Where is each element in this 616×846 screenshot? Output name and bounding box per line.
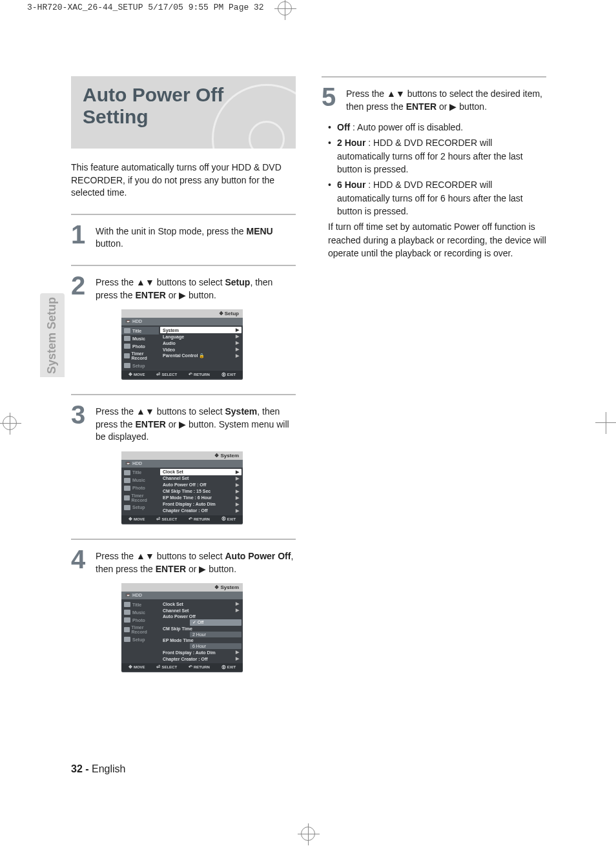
select-icon: ⏎ [156,665,160,670]
osd-nav-setup: Setup [121,504,159,511]
osd-header: ❖ System [121,451,243,460]
osd-nav-title: Title [121,601,159,608]
osd-row-channel: Channel Set▶ [160,607,241,614]
chevron-right-icon: ▶ [236,482,239,488]
intro-text: This feature automatically turns off you… [71,161,296,200]
bullet-off: • Off : Auto power off is disabled. [328,121,546,134]
title-banner: Auto Power Off Setting [71,76,296,149]
chevron-right-icon: ▶ [236,327,239,333]
chevron-right-icon: ▶ [236,650,239,655]
move-icon: ✥ [128,372,132,377]
osd-nav-music: Music [121,477,159,484]
chevron-right-icon: ▶ [236,508,239,513]
osd-nav-title: Title [121,469,159,477]
osd-panel: Clock Set▶ Channel Set▶ Auto Power Off :… [159,468,243,515]
select-icon: ⏎ [156,517,160,522]
osd-row-cmskip: CM Skip Time : 15 Sec▶ [160,488,241,495]
osd-row-autopower: Auto Power Off : Off▶ [160,482,241,488]
chevron-right-icon: ▶ [236,489,239,494]
step-5: 5 Press the ▲▼ buttons to select the des… [322,84,546,113]
osd-nav: Title Music Photo Timer Record Setup [121,325,159,371]
chevron-right-icon: ▶ [236,476,239,481]
step-number: 1 [71,222,89,251]
updown-icon: ▲▼ [387,88,405,99]
osd-nav: Title Music Photo Timer Record Setup [121,468,159,515]
osd-keyhints: ✥MOVE ⏎SELECT ↶RETURN ⦿EXIT [121,371,243,378]
osd-nav-setup: Setup [121,362,159,369]
osd-row-audio: Audio▶ [160,340,241,346]
osd-option-off: ✓ Off [190,619,241,626]
move-icon: ✥ [128,665,132,670]
exit-icon: ⦿ [221,373,226,377]
osd-option-2hour: 2 Hour [190,632,241,637]
osd-source: 📼 HDD [121,318,243,325]
osd-screenshot-autopower: ❖ System 📼 HDD Title Music Photo Timer R… [121,583,243,672]
section-tab-label: System Setup [46,296,59,373]
check-icon: ✓ [192,620,196,624]
updown-icon: ▲▼ [136,551,154,561]
lock-icon: 🔒 [199,353,205,358]
chevron-right-icon: ▶ [236,608,239,613]
updown-icon: ▲▼ [136,406,154,417]
photo-icon [124,617,130,623]
chevron-right-icon: ▶ [236,502,239,507]
osd-keyhints: ✥MOVE ⏎SELECT ↶RETURN ⦿EXIT [121,515,243,523]
bullet-icon: • [328,136,333,176]
photo-icon [124,486,130,491]
play-icon: ▶ [179,419,186,429]
step-1: 1 With the unit in Stop mode, press the … [71,222,296,251]
osd-row-front: Front Display : Auto Dim▶ [160,649,241,655]
osd-row-language: Language▶ [160,333,241,340]
step-number: 5 [322,84,340,113]
chevron-right-icon: ▶ [236,601,239,606]
osd-row-chapter: Chapter Creator : Off▶ [160,508,241,514]
return-icon: ↶ [189,665,192,670]
osd-row-parental: Parental Control 🔒▶ [160,353,241,359]
crop-mark-left-icon [3,416,17,430]
music-icon [124,478,130,483]
chevron-right-icon: ▶ [236,495,239,500]
chevron-right-icon: ▶ [236,334,239,339]
return-icon: ↶ [189,372,192,377]
return-icon: ↶ [189,517,192,522]
chevron-right-icon: ▶ [236,347,239,352]
osd-option-6hour: 6 Hour [190,643,241,649]
divider [71,394,296,395]
music-icon [124,610,130,615]
osd-keyhints: ✥MOVE ⏎SELECT ↶RETURN ⦿EXIT [121,663,243,671]
osd-source: 📼 HDD [121,592,243,599]
osd-row-video: Video▶ [160,346,241,353]
step-number: 2 [71,273,89,302]
clock-icon [124,627,130,632]
gear-icon [124,505,130,510]
osd-row-front: Front Display : Auto Dim▶ [160,501,241,508]
step-number: 4 [71,546,89,575]
step-text: Press the ▲▼ buttons to select the desir… [346,84,546,113]
osd-panel: System▶ Language▶ Audio▶ Video▶ Parental… [159,325,243,371]
clock-icon [124,495,130,500]
osd-screenshot-system: ❖ System 📼 HDD Title Music Photo Timer R… [121,451,243,524]
osd-nav: Title Music Photo Timer Record Setup [121,599,159,663]
bullet-6hour: • 6 Hour : HDD & DVD RECORDER will autom… [328,178,546,218]
list-icon [124,328,130,333]
chevron-right-icon: ▶ [236,469,239,475]
page-number: 32 - [71,763,89,774]
osd-header: ❖ Setup [121,309,243,318]
osd-row-chapter: Chapter Creator : Off▶ [160,655,241,662]
step-2: 2 Press the ▲▼ buttons to select Setup, … [71,273,296,302]
osd-row-channel: Channel Set▶ [160,475,241,482]
select-icon: ⏎ [156,372,160,377]
bullet-icon: • [328,178,333,218]
bullet-icon: • [328,121,333,134]
divider [71,265,296,266]
gear-icon [124,637,130,642]
crop-mark-top-icon [278,1,292,15]
bullet-note: If turn off time set by automatic Power … [328,220,546,260]
osd-screenshot-setup: ❖ Setup 📼 HDD Title Music Photo Timer Re… [121,309,243,380]
osd-row-cmskip: CM Skip Time [160,626,241,632]
osd-nav-music: Music [121,608,159,616]
step-text: Press the ▲▼ buttons to select Setup, th… [96,273,296,302]
divider [71,539,296,540]
osd-nav-photo: Photo [121,484,159,492]
step-text: Press the ▲▼ buttons to select System, t… [96,402,296,444]
